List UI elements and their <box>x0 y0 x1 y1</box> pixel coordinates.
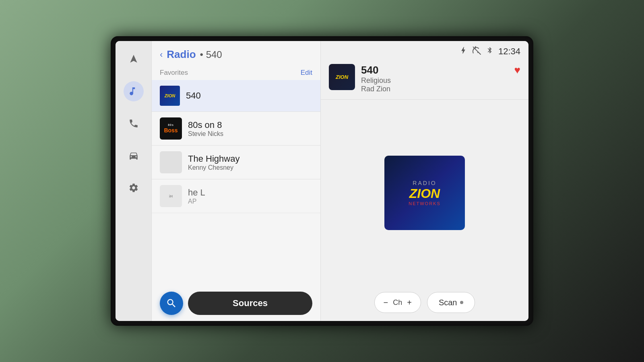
now-playing-section: ZION 540 Religious Rad Zion ♥ <box>321 60 528 100</box>
panel-channel: • 540 <box>200 49 222 60</box>
station-item-partial[interactable]: iH he L AP <box>152 179 320 213</box>
bottom-controls: Sources <box>152 286 320 321</box>
favorites-label: Favorites <box>160 69 188 77</box>
station-list: ZION 540 80s Boss 80s on 8 <box>152 80 320 321</box>
scan-dot <box>460 301 463 304</box>
album-art-container: RADIO ZION NETWORKS <box>321 100 528 286</box>
right-panel: 12:34 ZION 540 Religious Rad Zion ♥ <box>321 41 528 321</box>
main-screen: ‹ Radio • 540 Favorites Edit ZION <box>116 41 528 321</box>
status-time: 12:34 <box>498 46 520 57</box>
sidebar-item-vehicle[interactable] <box>124 146 144 166</box>
station-name-partial: he L <box>188 187 205 198</box>
screen-bezel: ‹ Radio • 540 Favorites Edit ZION <box>111 36 533 326</box>
station-logo-80s8: 80s Boss <box>160 117 182 140</box>
station-artist-highway: Kenny Chesney <box>188 164 239 171</box>
station-logo-540: ZION <box>160 86 180 106</box>
search-button[interactable] <box>160 292 183 315</box>
album-art-radio-label: RADIO <box>409 180 441 186</box>
edit-button[interactable]: Edit <box>301 69 312 77</box>
panel-title: Radio <box>167 48 196 61</box>
station-logo-highway <box>160 151 182 173</box>
now-playing-title: Rad Zion <box>361 85 508 93</box>
station-artist-partial: AP <box>188 198 205 205</box>
signal-icon <box>473 46 481 57</box>
station-logo-partial: iH <box>160 185 182 207</box>
svg-marker-0 <box>130 55 137 63</box>
sidebar <box>116 41 152 321</box>
album-art-text: RADIO ZION NETWORKS <box>409 180 441 206</box>
album-art-zion-label: ZION <box>409 186 441 201</box>
sidebar-item-navigation[interactable] <box>124 49 144 69</box>
ch-minus-button[interactable]: − <box>384 298 388 307</box>
favorites-header: Favorites Edit <box>152 66 320 80</box>
station-item-540[interactable]: ZION 540 <box>152 80 320 112</box>
station-info-80s8: 80s on 8 Stevie Nicks <box>188 120 223 138</box>
wireless-charging-icon <box>459 46 468 57</box>
bluetooth-icon <box>486 46 493 57</box>
status-bar: 12:34 <box>321 41 528 60</box>
album-art-networks-label: NETWORKS <box>409 201 441 206</box>
album-art: RADIO ZION NETWORKS <box>384 156 465 230</box>
station-name-80s8: 80s on 8 <box>188 120 223 130</box>
channel-controls: − Ch + Scan <box>321 286 528 321</box>
station-info-highway: The Highway Kenny Chesney <box>188 154 239 171</box>
panel-header: ‹ Radio • 540 <box>152 41 320 66</box>
station-item-highway[interactable]: The Highway Kenny Chesney <box>152 146 320 179</box>
ch-plus-button[interactable]: + <box>407 298 412 307</box>
back-button[interactable]: ‹ <box>160 49 163 60</box>
station-artist-80s8: Stevie Nicks <box>188 130 223 138</box>
now-playing-info: 540 Religious Rad Zion <box>361 64 508 93</box>
station-item-80s8[interactable]: 80s Boss 80s on 8 Stevie Nicks <box>152 112 320 146</box>
station-name-540: 540 <box>186 90 201 101</box>
now-playing-station: 540 <box>361 64 508 76</box>
now-playing-genre: Religious <box>361 76 508 85</box>
station-info-partial: he L AP <box>188 187 205 205</box>
ch-label: Ch <box>393 298 402 307</box>
scan-button[interactable]: Scan <box>427 292 475 313</box>
sources-button[interactable]: Sources <box>188 292 312 315</box>
station-name-highway: The Highway <box>188 154 239 164</box>
sidebar-item-music[interactable] <box>124 81 144 101</box>
sidebar-item-phone[interactable] <box>124 113 144 134</box>
station-info-540: 540 <box>186 90 201 101</box>
car-background: ‹ Radio • 540 Favorites Edit ZION <box>0 0 644 362</box>
sidebar-item-settings[interactable] <box>124 178 144 198</box>
favorite-heart-button[interactable]: ♥ <box>514 64 520 76</box>
now-playing-logo: ZION <box>329 64 355 90</box>
left-panel: ‹ Radio • 540 Favorites Edit ZION <box>152 41 321 321</box>
ch-control-group[interactable]: − Ch + <box>374 292 421 313</box>
